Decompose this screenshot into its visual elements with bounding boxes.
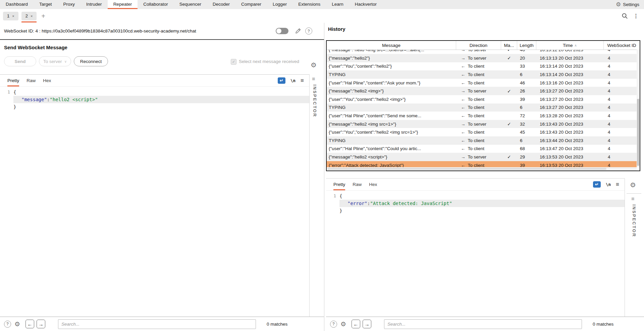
table-row[interactable]: {"user":"Hal Pline","content":"Could you… <box>327 145 637 153</box>
cell-direction: ←To client <box>456 105 501 110</box>
editor-menu-icon[interactable]: ≡ <box>301 78 304 83</box>
menu-item-intruder[interactable]: Intruder <box>80 0 108 9</box>
menu-item-repeater[interactable]: Repeater <box>108 0 138 9</box>
viewer-tab-pretty[interactable]: Pretty <box>333 179 345 190</box>
message-viewer-content[interactable]: 1{ "error":"Attack detected: JavaScript"… <box>326 192 625 214</box>
send-button[interactable]: Send <box>4 56 36 66</box>
search-help-icon[interactable]: ? <box>4 321 11 328</box>
inspector-collapse-icon[interactable]: ≡ <box>631 196 634 202</box>
inspector-sidebar-label[interactable]: INSPECTOR <box>312 84 317 117</box>
show-newlines-icon[interactable]: \n <box>606 182 611 187</box>
cell-marked: ✓ <box>501 55 517 61</box>
column-header-websocket-id[interactable]: WebSocket ID <box>604 41 640 50</box>
intercept-toggle[interactable] <box>276 28 288 34</box>
menu-item-target[interactable]: Target <box>34 0 58 9</box>
clipped-table-row[interactable]: {"message":"hello <img src=...onerror=..… <box>327 50 640 54</box>
horizontal-scrollbar[interactable] <box>327 167 637 171</box>
inspector-collapse-icon[interactable]: ≡ <box>312 76 315 82</box>
next-match-button[interactable]: → <box>363 320 371 328</box>
tab-hex[interactable]: Hex <box>43 75 51 86</box>
direction-select[interactable]: To server ∨ <box>39 56 71 66</box>
column-header-length[interactable]: Length <box>517 41 536 50</box>
search-settings-gear-icon[interactable]: ⚙ <box>14 320 20 328</box>
add-tab-button[interactable]: + <box>41 13 45 19</box>
help-icon[interactable]: ? <box>305 27 312 35</box>
repeater-tab-1[interactable]: 1× <box>3 12 18 20</box>
cell-time: 16:13:13 20 Oct 2023 <box>536 56 604 61</box>
table-row[interactable]: TYPING←To client616:13:14 20 Oct 20234 <box>327 70 637 79</box>
menu-item-collaborator[interactable]: Collaborator <box>138 0 174 9</box>
next-match-button[interactable]: → <box>37 320 45 328</box>
cell-length: 33 <box>517 64 536 69</box>
arrow-right-icon: → <box>461 88 466 93</box>
history-table: MessageDirectionMa...LengthTime∧WebSocke… <box>326 40 640 171</box>
message-editor-content[interactable]: 1{ "message":"hello2 <script>" } <box>0 88 309 111</box>
column-header-time[interactable]: Time∧ <box>536 41 604 50</box>
panel-divider[interactable] <box>324 23 324 331</box>
previous-match-button[interactable]: ← <box>352 320 360 328</box>
column-header-message[interactable]: Message <box>327 41 456 50</box>
menu-item-decoder[interactable]: Decoder <box>207 0 235 9</box>
table-row[interactable]: {"message":"hello <img src=...onerror=..… <box>327 50 640 54</box>
vertical-scrollbar[interactable] <box>637 50 640 167</box>
settings-label: Settings <box>623 2 639 7</box>
menu-item-logger[interactable]: Logger <box>267 0 292 9</box>
inspector-sidebar-label[interactable]: INSPECTOR <box>632 204 637 237</box>
table-row[interactable]: TYPING←To client616:13:27 20 Oct 20234 <box>327 104 637 112</box>
column-header-ma[interactable]: Ma... <box>501 41 517 50</box>
menu-item-comparer[interactable]: Comparer <box>235 0 267 9</box>
show-newlines-icon[interactable]: \n <box>290 78 296 83</box>
previous-match-button[interactable]: ← <box>25 320 34 328</box>
table-row[interactable]: {"message":"hello2 <img src=1>"}→To serv… <box>327 120 637 128</box>
search-input[interactable] <box>384 319 582 329</box>
table-row[interactable]: {"message":"hello2"}→To server✓2016:13:1… <box>327 54 637 62</box>
menu-item-extensions[interactable]: Extensions <box>292 0 326 9</box>
viewer-settings-gear-icon[interactable]: ⚙ <box>630 181 636 189</box>
viewer-tab-hex[interactable]: Hex <box>369 179 377 190</box>
tab-pretty[interactable]: Pretty <box>7 75 19 86</box>
tab-raw[interactable]: Raw <box>26 75 36 86</box>
tab-close-icon[interactable]: × <box>31 14 33 18</box>
repeater-tab-2[interactable]: 2× <box>21 12 37 20</box>
reconnect-button[interactable]: Reconnect <box>74 56 108 66</box>
word-wrap-icon[interactable]: ↵ <box>593 181 601 188</box>
search-icon[interactable] <box>622 13 628 19</box>
settings-button[interactable]: ⚙ Settings <box>616 0 644 9</box>
table-row[interactable]: {"message":"hello2 <img>"}→To server✓261… <box>327 87 637 95</box>
editor-settings-gear-icon[interactable]: ⚙ <box>311 61 317 69</box>
search-input[interactable] <box>58 319 256 329</box>
menu-item-dashboard[interactable]: Dashboard <box>0 0 34 9</box>
column-header-direction[interactable]: Direction <box>456 41 501 50</box>
select-next-message-checkbox[interactable]: ✓ <box>231 59 236 65</box>
table-row[interactable]: {"user":"Hal Pline","content":"Ask your … <box>327 79 637 87</box>
cell-direction: →To server <box>456 88 501 93</box>
arrow-left-icon: ← <box>461 105 466 110</box>
cell-message: TYPING <box>327 105 456 110</box>
cell-time: 16:13:43 20 Oct 2023 <box>536 130 604 135</box>
arrow-right-icon: → <box>461 154 466 159</box>
menu-item-sequencer[interactable]: Sequencer <box>174 0 207 9</box>
table-row[interactable]: {"user":"You","content":"hello2 <img src… <box>327 128 637 136</box>
menu-item-hackvertor[interactable]: Hackvertor <box>349 0 382 9</box>
viewer-search-bar: ? ⚙ ← → 0 matches <box>326 317 644 331</box>
menu-item-proxy[interactable]: Proxy <box>58 0 81 9</box>
horizontal-scrollbar-thumb[interactable] <box>327 168 606 170</box>
table-row[interactable]: {"user":"Hal Pline","content":"Send me s… <box>327 112 637 120</box>
table-row[interactable]: {"message":"hello2 <script>"}→To server✓… <box>327 153 637 161</box>
word-wrap-icon[interactable]: ↵ <box>278 77 285 84</box>
table-row[interactable]: {"user":"You","content":"hello2"}←To cli… <box>327 62 637 71</box>
edit-pencil-icon[interactable] <box>295 28 301 34</box>
viewer-menu-icon[interactable]: ≡ <box>616 182 619 187</box>
table-row[interactable]: {"user":"You","content":"hello2 <img>"}←… <box>327 95 637 104</box>
search-settings-gear-icon[interactable]: ⚙ <box>340 320 346 328</box>
vertical-scrollbar-thumb[interactable] <box>637 99 639 166</box>
menu-item-learn[interactable]: Learn <box>326 0 349 9</box>
cell-time: 16:13:12 20 Oct 2023 <box>536 50 604 52</box>
table-row[interactable]: TYPING←To client616:13:44 20 Oct 20234 <box>327 136 637 145</box>
more-options-icon[interactable]: ⋮ <box>633 13 639 19</box>
viewer-tab-raw[interactable]: Raw <box>353 179 362 190</box>
search-help-icon[interactable]: ? <box>330 321 337 328</box>
cell-length: 45 <box>517 130 536 135</box>
cell-message: {"message":"hello2"} <box>327 56 456 61</box>
tab-close-icon[interactable]: × <box>12 14 14 18</box>
